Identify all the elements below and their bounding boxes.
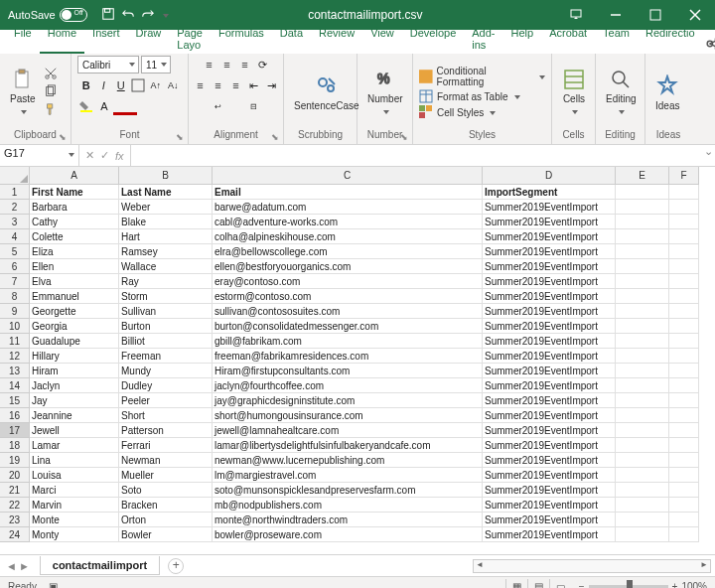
align-right-icon[interactable]: ≡ — [227, 76, 245, 94]
cell[interactable]: Summer2019EventImport — [483, 349, 616, 364]
cell[interactable]: Newman — [119, 453, 213, 468]
page-layout-view-icon[interactable]: ▤ — [527, 579, 549, 589]
cell[interactable]: Ramsey — [119, 244, 213, 259]
cell[interactable] — [616, 319, 669, 334]
cell[interactable]: Barbara — [30, 200, 119, 215]
cell[interactable]: Short — [119, 408, 213, 423]
cell[interactable]: Summer2019EventImport — [483, 304, 616, 319]
cell[interactable]: Summer2019EventImport — [483, 274, 616, 289]
row-header[interactable]: 17 — [0, 423, 30, 438]
row-header[interactable]: 23 — [0, 513, 30, 527]
cell[interactable] — [616, 259, 669, 274]
cell[interactable]: Ferrari — [119, 438, 213, 453]
cell[interactable]: monte@northwindtraders.com — [213, 513, 483, 527]
tab-team[interactable]: Team — [595, 23, 638, 54]
formula-input[interactable] — [131, 145, 701, 166]
dialog-launcher-icon[interactable]: ⬊ — [59, 132, 69, 142]
cell[interactable]: Summer2019EventImport — [483, 200, 616, 215]
cell[interactable]: Colette — [30, 229, 119, 244]
font-size-combo[interactable]: 11 — [141, 56, 171, 74]
cell[interactable]: Elva — [30, 274, 119, 289]
cell[interactable]: lamar@libertysdelightfulsinfulbakeryandc… — [213, 438, 483, 453]
cell[interactable] — [616, 244, 669, 259]
cell[interactable] — [669, 423, 699, 438]
ideas-button[interactable]: Ideas — [651, 73, 683, 113]
cell[interactable] — [616, 200, 669, 215]
row-header[interactable]: 24 — [0, 527, 30, 542]
cell[interactable]: Hillary — [30, 349, 119, 364]
tab-formulas[interactable]: Formulas — [211, 23, 272, 54]
cell[interactable]: lm@margiestravel.com — [213, 468, 483, 483]
cell[interactable] — [669, 438, 699, 453]
cell[interactable]: Burton — [119, 319, 213, 334]
cancel-formula-icon[interactable]: ✕ — [85, 149, 94, 162]
cell[interactable]: Summer2019EventImport — [483, 408, 616, 423]
cell[interactable]: gbill@fabrikam.com — [213, 334, 483, 349]
cell[interactable]: Sullivan — [119, 304, 213, 319]
cell[interactable] — [669, 364, 699, 378]
cell[interactable] — [616, 349, 669, 364]
row-header[interactable]: 12 — [0, 349, 30, 364]
cell[interactable]: Jay — [30, 393, 119, 408]
cell[interactable]: barwe@adatum.com — [213, 200, 483, 215]
align-middle-icon[interactable]: ≡ — [218, 56, 236, 74]
align-center-icon[interactable]: ≡ — [210, 76, 227, 94]
cell[interactable] — [616, 229, 669, 244]
row-header[interactable]: 15 — [0, 393, 30, 408]
sheet-nav-prev-icon[interactable]: ◄ — [6, 560, 17, 572]
cell[interactable]: Summer2019EventImport — [483, 244, 616, 259]
cell[interactable]: Summer2019EventImport — [483, 453, 616, 468]
tab-acrobat[interactable]: Acrobat — [541, 23, 595, 54]
cell[interactable]: Ray — [119, 274, 213, 289]
editing-button[interactable]: Editing — [602, 66, 641, 119]
cell[interactable]: newman@www.lucernepublishing.com — [213, 453, 483, 468]
cell[interactable]: Summer2019EventImport — [483, 319, 616, 334]
tab-add-ins[interactable]: Add-ins — [464, 23, 502, 54]
italic-button[interactable]: I — [95, 76, 113, 94]
cell-styles-button[interactable]: Cell Styles — [419, 104, 545, 120]
cell[interactable]: Emmanuel — [30, 289, 119, 304]
cell[interactable]: Storm — [119, 289, 213, 304]
cells-button[interactable]: Cells — [558, 66, 590, 119]
cell[interactable]: Summer2019EventImport — [483, 423, 616, 438]
cell[interactable]: Weber — [119, 200, 213, 215]
cell[interactable]: freeman@fabrikamresidences.com — [213, 349, 483, 364]
row-header[interactable]: 1 — [0, 185, 30, 200]
cell[interactable]: Wallace — [119, 259, 213, 274]
cell[interactable]: eray@contoso.com — [213, 274, 483, 289]
font-name-combo[interactable]: Calibri — [77, 56, 139, 74]
tab-file[interactable]: File — [6, 23, 40, 54]
cell[interactable]: jay@graphicdesigninstitute.com — [213, 393, 483, 408]
dialog-launcher-icon[interactable]: ⬊ — [271, 132, 281, 142]
macro-record-icon[interactable]: ▣ — [49, 581, 58, 588]
cell[interactable] — [669, 229, 699, 244]
tab-review[interactable]: Review — [311, 23, 362, 54]
cell[interactable]: Lina — [30, 453, 119, 468]
cell[interactable]: Monty — [30, 527, 119, 542]
row-header[interactable]: 7 — [0, 274, 30, 289]
cell[interactable] — [616, 498, 669, 513]
cell[interactable]: Hiram — [30, 364, 119, 378]
cell[interactable]: Mundy — [119, 364, 213, 378]
cell[interactable]: elra@bellowscollege.com — [213, 244, 483, 259]
cell[interactable] — [669, 513, 699, 527]
sheet-nav-next-icon[interactable]: ► — [19, 560, 30, 572]
cell[interactable]: Summer2019EventImport — [483, 483, 616, 498]
cell[interactable]: Billiot — [119, 334, 213, 349]
cell[interactable]: Ellen — [30, 259, 119, 274]
fx-icon[interactable]: fx — [115, 150, 124, 162]
cell[interactable]: Lamar — [30, 438, 119, 453]
cell[interactable] — [669, 453, 699, 468]
column-header[interactable]: A — [30, 167, 119, 185]
row-header[interactable]: 5 — [0, 244, 30, 259]
cell[interactable] — [669, 483, 699, 498]
cell[interactable]: Summer2019EventImport — [483, 438, 616, 453]
cell[interactable] — [616, 378, 669, 393]
cell[interactable]: burton@consolidatedmessenger.com — [213, 319, 483, 334]
paste-button[interactable]: Paste — [6, 66, 40, 119]
select-all-corner[interactable] — [0, 167, 30, 185]
expand-formula-icon[interactable]: ⌄ — [701, 145, 715, 166]
cell[interactable] — [669, 498, 699, 513]
decrease-font-icon[interactable]: A↓ — [165, 76, 183, 94]
cell[interactable]: Hart — [119, 229, 213, 244]
